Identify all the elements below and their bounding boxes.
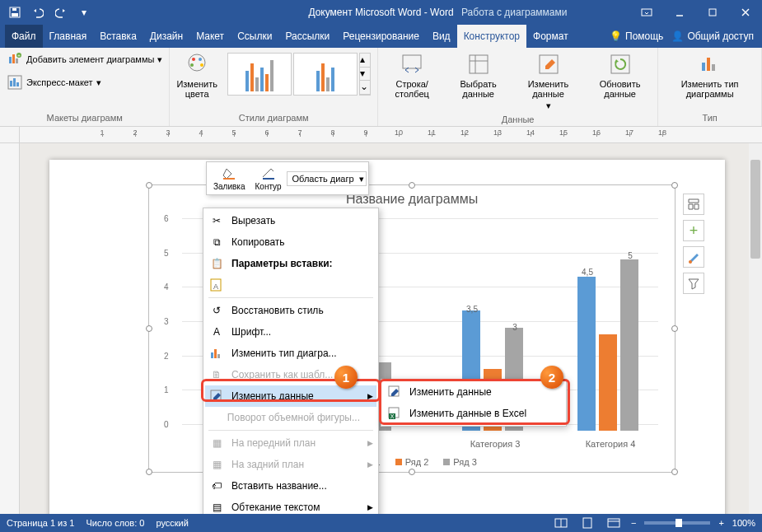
share-button[interactable]: 👤Общий доступ <box>671 30 754 42</box>
tab-format[interactable]: Формат <box>526 25 575 48</box>
group-label: Стили диаграмм <box>173 111 374 126</box>
change-colors-button[interactable]: Изменить цвета <box>173 49 221 100</box>
outline-button[interactable]: Контур <box>250 164 287 193</box>
svg-rect-10 <box>16 58 18 63</box>
status-page[interactable]: Страница 1 из 1 <box>7 518 74 528</box>
tab-insert[interactable]: Вставка <box>93 25 143 48</box>
group-chart-styles: Изменить цвета ▴▾⌄ Стили диаграмм <box>170 48 378 126</box>
x-axis-label: Категория 3 <box>470 439 521 449</box>
chart-icon <box>208 346 225 361</box>
scrollbar-thumb[interactable] <box>750 160 760 259</box>
ctx-edit-data[interactable]: Изменить данные▶ <box>205 385 376 407</box>
horizontal-ruler[interactable]: 123456789101112131415161718 <box>0 127 762 143</box>
colors-icon <box>184 51 210 77</box>
tab-chart-design[interactable]: Конструктор <box>457 25 526 48</box>
fill-icon <box>221 166 237 182</box>
edit-data-button[interactable]: Изменить данные ▾ <box>514 49 582 113</box>
tab-layout[interactable]: Макет <box>189 25 231 48</box>
status-bar: Страница 1 из 1 Число слов: 0 русский − … <box>0 514 762 532</box>
ribbon-options-icon[interactable] <box>630 0 663 25</box>
mini-toolbar: Заливка Контур Область диагр▾ <box>206 161 369 195</box>
status-word-count[interactable]: Число слов: 0 <box>86 518 144 528</box>
change-chart-type-button[interactable]: Изменить тип диаграммы <box>661 49 758 100</box>
group-label: Данные <box>381 113 654 128</box>
contextual-tab-title: Работа с диаграммами <box>445 0 584 25</box>
vertical-scrollbar[interactable] <box>749 143 762 514</box>
submenu-edit-data-excel[interactable]: XИзменить данные в Excel <box>383 403 564 424</box>
chart-elements-icon[interactable]: + <box>683 220 704 241</box>
tab-mailings[interactable]: Рассылки <box>278 25 336 48</box>
tab-review[interactable]: Рецензирование <box>336 25 426 48</box>
svg-rect-36 <box>211 352 213 358</box>
window-controls <box>630 0 762 25</box>
refresh-icon <box>607 51 633 77</box>
svg-point-21 <box>200 63 203 67</box>
print-layout-icon[interactable] <box>578 516 596 530</box>
ctx-change-chart-type[interactable]: Изменить тип диагра... <box>205 343 376 364</box>
chart-filters-icon[interactable] <box>683 273 704 294</box>
ctx-cut[interactable]: ✂Вырезать <box>205 210 376 231</box>
close-icon[interactable] <box>729 0 762 25</box>
quick-access-toolbar: ▾ <box>0 2 99 22</box>
read-mode-icon[interactable] <box>552 516 570 530</box>
chart-side-buttons: + <box>683 194 704 294</box>
chart-styles-icon[interactable] <box>683 246 704 268</box>
style-item[interactable] <box>227 53 292 96</box>
chart-style-gallery[interactable]: ▴▾⌄ <box>224 49 374 99</box>
maximize-icon[interactable] <box>696 0 729 25</box>
ribbon-tabs: Файл Главная Вставка Дизайн Макет Ссылки… <box>0 25 762 48</box>
svg-text:A: A <box>213 282 218 291</box>
group-label: Макеты диаграмм <box>3 111 166 126</box>
status-language[interactable]: русский <box>156 518 188 528</box>
copy-icon: ⧉ <box>208 235 225 250</box>
quick-layout-button[interactable]: Экспресс-макет ▾ <box>3 72 166 92</box>
tab-design[interactable]: Дизайн <box>143 25 189 48</box>
style-item[interactable] <box>293 53 358 96</box>
svg-rect-16 <box>16 82 19 86</box>
zoom-value[interactable]: 100% <box>732 518 755 528</box>
ctx-insert-caption[interactable]: 🏷Вставить название... <box>205 475 376 497</box>
vertical-ruler[interactable] <box>0 143 20 514</box>
tab-home[interactable]: Главная <box>43 25 94 48</box>
zoom-out-icon[interactable]: − <box>631 518 636 528</box>
share-icon: 👤 <box>671 30 684 42</box>
save-icon[interactable] <box>5 2 25 22</box>
undo-icon[interactable] <box>28 2 48 22</box>
select-data-button[interactable]: Выбрать данные <box>446 49 511 100</box>
zoom-slider[interactable] <box>644 521 710 525</box>
front-icon: ▦ <box>208 436 225 450</box>
ctx-reset-style[interactable]: ↺Восстановить стиль <box>205 300 376 321</box>
minimize-icon[interactable] <box>663 0 696 25</box>
fill-button[interactable]: Заливка <box>208 164 250 193</box>
qat-dropdown-icon[interactable]: ▾ <box>74 2 94 22</box>
svg-rect-1 <box>12 13 18 16</box>
ctx-font[interactable]: AШрифт... <box>205 321 376 343</box>
svg-rect-37 <box>214 349 217 358</box>
ctx-copy[interactable]: ⧉Копировать <box>205 231 376 253</box>
refresh-data-button[interactable]: Обновить данные <box>586 49 654 100</box>
layout-options-icon[interactable] <box>683 194 704 215</box>
zoom-in-icon[interactable]: + <box>718 518 723 528</box>
tab-file[interactable]: Файл <box>5 25 43 48</box>
tell-me[interactable]: 💡Помощь <box>610 30 663 42</box>
web-layout-icon[interactable] <box>605 516 623 530</box>
svg-rect-9 <box>12 54 15 63</box>
switch-row-column-button[interactable]: Строка/столбец <box>381 49 442 100</box>
context-submenu: Изменить данные XИзменить данные в Excel <box>381 379 567 427</box>
redo-icon[interactable] <box>51 2 71 22</box>
paste-option-icon: A <box>208 278 225 292</box>
tab-references[interactable]: Ссылки <box>231 25 278 48</box>
svg-rect-27 <box>611 55 629 73</box>
gallery-spinner[interactable]: ▴▾⌄ <box>359 53 371 96</box>
ctx-rotate-3d: Поворот объемной фигуры... <box>205 407 376 428</box>
submenu-edit-data[interactable]: Изменить данные <box>383 381 564 403</box>
add-chart-element-button[interactable]: +Добавить элемент диаграммы ▾ <box>3 49 166 69</box>
cut-icon: ✂ <box>208 213 225 228</box>
reset-icon: ↺ <box>208 303 225 318</box>
tab-view[interactable]: Вид <box>426 25 457 48</box>
document-area: Название диаграммы 01234564,33,534,55 Ка… <box>0 143 762 514</box>
group-type: Изменить тип диаграммы Тип <box>658 48 762 126</box>
chart-element-combo[interactable]: Область диагр▾ <box>287 171 367 186</box>
ctx-paste-option-item[interactable]: A <box>205 274 376 296</box>
ctx-bring-front: ▦На передний план▶ <box>205 432 376 454</box>
